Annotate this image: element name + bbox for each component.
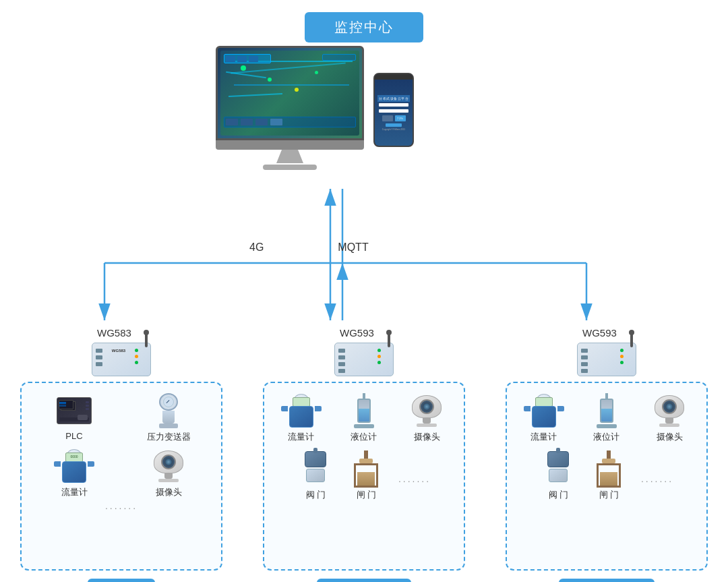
phone-input-1 [379,103,408,107]
flow-display: 0000 [65,453,83,462]
gateway-right-label: WG593 [582,327,617,339]
device-camera-right: 摄像头 [651,393,688,443]
liquid-icon-mid [345,393,382,428]
device-camera-mid-label: 摄像头 [414,431,440,443]
gate-rod-r [607,450,611,459]
liquid-shape-right [593,393,620,428]
device-flow-mid: 流量计 [282,393,320,443]
device-valve-right: 阀 门 [540,451,577,501]
gw-right-port-4 [581,369,588,373]
gate-panel-r [600,472,617,486]
valve-actuator-m [305,451,326,467]
station-btn-right: 量水站点N [559,579,654,582]
gateway-left: WG583 WG583 [92,327,151,376]
device-gate-right-label: 闸 门 [599,489,619,501]
flow-pipe-r [88,461,94,467]
pressure-inner [163,397,174,407]
camera-shape-right [652,395,687,427]
flow-icon-right [525,393,562,428]
flow-display-r [535,397,553,407]
gateway-middle-leds [377,349,381,364]
protocol-labels: 4G MQTT [249,241,369,254]
liquid-connector-r [605,393,608,399]
pressure-shape [154,393,183,428]
device-gate-right: 闸 门 [590,451,628,501]
phone-screen: 分布式设备云平台 7 2% Copyright © FitSens 2021 [375,80,413,146]
valve-actuator-r [547,451,569,467]
gateway-left-label: WG583 [97,327,131,339]
camera-shape-left [151,450,186,482]
gate-frame-r [597,463,621,488]
camera-stand-m [423,418,431,424]
device-grid-right-bottom: 阀 门 闸 门 [514,451,700,501]
gw-mid-port-4 [338,369,345,373]
device-grid-middle-top: 流量计 液位计 [271,393,457,443]
liquid-base-r [597,424,617,428]
plc-shape [57,397,92,424]
gw-mid-led-3 [377,361,381,364]
camera-icon-mid [408,393,446,428]
gw-mid-led-1 [377,349,381,352]
device-valve-right-label: 阀 门 [549,489,569,501]
column-middle: WG593 [243,327,485,582]
camera-base-r [659,424,679,427]
liquid-tube [357,399,371,424]
gate-rod [364,450,368,459]
gateway-led-green [135,349,138,352]
dots-mid: ······· [398,475,431,486]
gate-shape-mid [348,450,384,488]
gate-top [359,459,373,463]
gateway-right-antenna [630,332,633,347]
phone-login-btn [386,123,402,127]
gw-right-port-2 [581,355,588,359]
gateway-port-3 [96,362,102,366]
station-btn-left: 泵站 [88,579,155,582]
device-gate-mid: 闸 门 [348,451,385,501]
device-flow-right: 流量计 [525,393,562,443]
device-grid-left-top: PLC [28,393,214,498]
gateway-middle-antenna [388,332,390,347]
phone-device: 分布式设备云平台 7 2% Copyright © FitSens 2021 [373,73,414,147]
gw-mid-led-2 [377,355,381,358]
pressure-gauge [159,393,178,411]
valve-body-r [549,469,568,482]
device-liquid-mid: 液位计 [345,393,382,443]
pressure-base [159,424,178,428]
liquid-shape-mid [351,393,377,428]
device-plc: PLC [56,393,93,443]
device-flow-left-label: 流量计 [61,486,88,498]
camera-body [154,450,183,473]
gw-mid-port-2 [338,355,345,359]
gw-right-led-2 [620,355,624,358]
device-camera-right-label: 摄像头 [657,431,683,443]
station-box-left: PLC [20,382,222,571]
camera-stand-r [665,418,673,424]
dots-right: ······· [641,475,673,486]
camera-lens-m [419,399,434,414]
valve-shape-right [541,451,576,486]
flow-icon-mid [282,393,320,428]
camera-body-r [655,395,684,418]
camera-icon-right [651,393,688,428]
gw-mid-port-3 [338,362,345,366]
flow-pipe-r-r [557,406,564,411]
device-flow-mid-label: 流量计 [288,431,314,443]
device-camera-mid: 摄像头 [408,393,446,443]
valve-icon-mid [297,451,334,486]
camera-base-m [417,424,437,427]
gate-top-r [602,459,615,463]
device-flow-right-label: 流量计 [530,431,557,443]
flow-display-m [293,397,310,407]
camera-shape-mid [409,395,444,427]
gate-shape-right [591,450,626,488]
gate-icon-right [590,451,628,486]
liquid-fill-r [601,409,612,422]
plc-icon [56,393,93,428]
gateway-middle-label: WG593 [340,327,374,339]
device-gate-mid-label: 闸 门 [357,489,377,501]
control-center-label: 监控中心 [305,12,423,42]
valve-shape-mid [298,451,333,486]
liquid-base [354,424,374,428]
gate-frame [354,463,378,488]
gateway-right-leds [620,349,624,364]
